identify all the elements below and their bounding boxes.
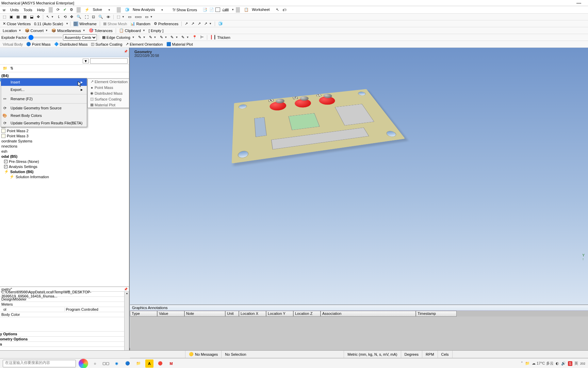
details-section[interactable]: ometry Options: [0, 337, 129, 342]
axis-icon[interactable]: ↗▼: [203, 21, 213, 27]
app-icon[interactable]: M: [167, 359, 175, 368]
col-locz[interactable]: Location Z: [293, 311, 321, 317]
tree-mesh[interactable]: esh: [0, 149, 129, 154]
sub-elem-orient[interactable]: ↗Element Orientation: [88, 79, 129, 85]
app-icon[interactable]: 🔴: [156, 359, 164, 368]
details-row[interactable]: Body Color: [0, 312, 129, 317]
elem-orient-button[interactable]: ↗ Element Orientation: [124, 41, 164, 47]
iso-icon[interactable]: ⬚▼: [115, 14, 126, 20]
nav-icon[interactable]: ⬚: [1, 14, 7, 20]
material-plot-button[interactable]: 🟦 Material Plot: [165, 41, 194, 47]
probe-icon[interactable]: 📍: [191, 34, 198, 41]
edge-icon[interactable]: ✎▼: [159, 34, 169, 41]
misc-button[interactable]: 📦 Miscellaneous ▼: [50, 28, 87, 34]
tool-icon[interactable]: 📑: [202, 7, 208, 13]
worksheet-button[interactable]: 📋 Worksheet: [242, 7, 274, 13]
edge-icon[interactable]: ✎▼: [148, 34, 158, 41]
outline-tree[interactable]: (B4) Insert ▶ Export... ▶ ✏ Rename (F2): [0, 72, 129, 287]
sub-surface-coating[interactable]: ◫Surface Coating: [88, 96, 129, 102]
filter-dropdown[interactable]: ▼: [83, 59, 89, 63]
sub-point-mass[interactable]: ●Point Mass: [88, 85, 129, 90]
location-button[interactable]: Location ▼: [1, 28, 23, 34]
dist-mass-button[interactable]: 🔷 Distributed Mass: [53, 41, 89, 47]
edge-coloring-button[interactable]: ▦ Edge Coloring ▼: [101, 34, 136, 41]
details-row[interactable]: Meters: [0, 302, 129, 307]
col-locy[interactable]: Location Y: [266, 311, 293, 317]
ime-lang[interactable]: 英: [574, 361, 578, 366]
tray-icon[interactable]: 📁: [525, 361, 530, 366]
axis-icon[interactable]: ↗: [183, 21, 189, 27]
zoom-icon[interactable]: 🔍: [75, 14, 83, 20]
preferences-button[interactable]: ⚙ Preferences: [152, 21, 180, 27]
col-note[interactable]: Note: [184, 311, 225, 317]
config-icon[interactable]: ⚙: [68, 7, 75, 13]
tree-point-mass-3[interactable]: Point Mass 3: [0, 133, 129, 138]
nav-icon[interactable]: ▩: [22, 14, 28, 20]
nav-icon[interactable]: ▦: [15, 14, 21, 20]
sub-material-plot[interactable]: ▦Material Plot: [88, 102, 129, 108]
tool-icon[interactable]: ▤▼: [228, 7, 234, 13]
tree-prestress[interactable]: ✓Pre-Stress (None): [0, 159, 129, 164]
weather-widget[interactable]: ☁ 17°C 多云: [532, 361, 554, 366]
edge-icon[interactable]: ✎▼: [180, 34, 190, 41]
surface-coating-button[interactable]: ◫ Surface Coating: [89, 41, 124, 47]
nav-icon[interactable]: ▣: [8, 14, 14, 20]
show-mesh-button[interactable]: ▦ Show Mesh: [102, 21, 128, 27]
details-row[interactable]: DesignModeler: [0, 297, 129, 302]
tree-connections[interactable]: nnections: [0, 143, 129, 149]
clock[interactable]: 202: [580, 362, 585, 365]
check-icon[interactable]: ✔: [62, 7, 68, 13]
tree-solution[interactable]: ⚡ Solution (B6): [0, 169, 129, 174]
tree-solution-info[interactable]: ⚡ Solution Information: [0, 174, 129, 179]
ime-icon[interactable]: S: [568, 361, 572, 366]
new-analysis-button[interactable]: 🧊 New Analysis ▼: [123, 7, 167, 13]
view-icon[interactable]: ▭▭: [133, 14, 143, 20]
col-locx[interactable]: Location X: [239, 311, 266, 317]
annotations-table[interactable]: Type Value Note Unit Location X Location…: [130, 311, 588, 317]
minimize-button[interactable]: —: [576, 0, 581, 5]
solve-button[interactable]: ⚡ Solve ▼: [83, 7, 115, 13]
pointer-icon[interactable]: ↖: [275, 7, 281, 13]
wireframe-button[interactable]: ◫ Wireframe: [72, 21, 98, 27]
tool-icon[interactable]: 📄: [209, 7, 215, 13]
tag-icon[interactable]: 🏷: [281, 7, 288, 13]
col-type[interactable]: Type: [130, 311, 157, 317]
ctx-update-source[interactable]: ⟳ Update Geometry from Source: [1, 104, 87, 112]
convert-button[interactable]: 📦 Convert ▼: [23, 28, 49, 34]
ctx-reset-colors[interactable]: 🎨 Reset Body Colors: [1, 112, 87, 119]
fit-icon[interactable]: ⊡: [91, 14, 96, 20]
ctx-export[interactable]: Export... ▶: [1, 86, 87, 93]
thicken-button[interactable]: ┃┃ Thicken: [209, 34, 232, 41]
folder-icon[interactable]: 📁: [3, 66, 7, 71]
sub-dist-mass[interactable]: ◉Distributed Mass: [88, 90, 129, 96]
ctx-rename[interactable]: ✏ Rename (F2): [1, 95, 87, 103]
details-row[interactable]: olProgram Controlled: [0, 307, 129, 312]
col-unit[interactable]: Unit: [225, 311, 239, 317]
axis-icon[interactable]: ↗: [190, 21, 196, 27]
cube-icon[interactable]: 🧊: [217, 21, 224, 27]
tray-chevron-icon[interactable]: ˄: [521, 361, 523, 366]
nav-icon[interactable]: ⬓: [29, 14, 35, 20]
scrollbar[interactable]: ▴ ▾: [124, 292, 129, 353]
pan-icon[interactable]: ✥: [69, 14, 75, 20]
tree-analysis[interactable]: ✓Analysis Settings: [0, 164, 129, 169]
virtual-body-button[interactable]: Virtual Body: [1, 41, 24, 47]
ctx-update-results[interactable]: ⟳ Update Geometry From Results File(BETA…: [1, 119, 87, 127]
status-messages[interactable]: 🟡 No Messages: [185, 351, 222, 358]
cursor-icon[interactable]: ⤹: [56, 14, 62, 20]
tray-icon[interactable]: 🔊: [561, 361, 566, 366]
close-vertices-button[interactable]: ✕ Close Vertices: [1, 21, 32, 27]
assembly-select[interactable]: Assembly Center: [63, 34, 97, 41]
tree-modal[interactable]: odal (B5): [0, 154, 129, 159]
tolerances-button[interactable]: 🎯 Tolerances: [87, 28, 114, 34]
explode-slider[interactable]: [28, 37, 62, 38]
edge-icon[interactable]: ✎▼: [169, 34, 179, 41]
edge-icon[interactable]: ✎▼: [137, 34, 147, 41]
view-icon[interactable]: ▭▼: [144, 14, 154, 20]
ansys-icon[interactable]: A: [145, 359, 153, 368]
col-assoc[interactable]: Association: [321, 311, 416, 317]
point-mass-button[interactable]: 🔵 Point Mass: [25, 41, 52, 47]
details-row[interactable]: C:\Users\69566\AppData\Local\Temp\WB_DES…: [0, 292, 129, 297]
pin-icon[interactable]: 📌: [124, 50, 128, 53]
nav-icon[interactable]: ✥: [35, 14, 41, 20]
